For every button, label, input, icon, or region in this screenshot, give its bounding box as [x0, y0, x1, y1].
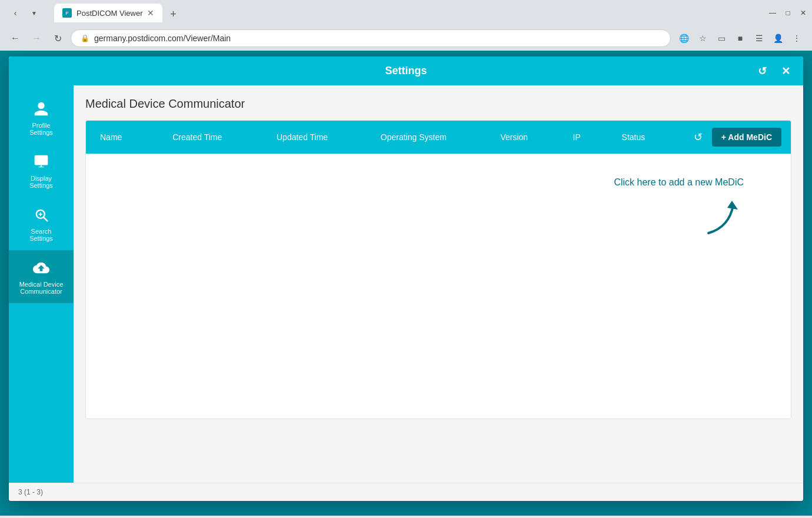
url-bar[interactable]: 🔒 germany.postdicom.com/Viewer/Main — [71, 29, 671, 47]
col-os: Operating System — [376, 132, 496, 142]
empty-state: Click here to add a new MeDiC — [98, 165, 779, 242]
settings-sidebar: Profile Settings Display Setti — [9, 85, 74, 483]
person-icon — [32, 99, 51, 118]
main-content: Medical Device Communicator Name Created… — [74, 85, 803, 483]
modal-overlay: Settings ↺ ✕ — [0, 51, 812, 516]
pagination-text: 3 (1 - 3) — [18, 488, 43, 496]
back-btn[interactable]: ‹ — [7, 5, 24, 21]
extensions-btn[interactable]: ■ — [732, 30, 748, 47]
modal-close-btn[interactable]: ✕ — [777, 63, 794, 79]
add-medic-btn[interactable]: + Add MeDiC — [712, 128, 781, 147]
maximize-btn[interactable]: □ — [784, 9, 792, 17]
add-arrow-icon — [697, 195, 744, 242]
col-status: Status — [617, 132, 690, 142]
modal-title: Settings — [385, 65, 427, 77]
modal-refresh-btn[interactable]: ↺ — [754, 63, 770, 79]
sidebar-toggle-btn[interactable]: ☰ — [751, 30, 767, 47]
sidebar-label-medical-device-communicator: Medical Device Communicator — [19, 281, 64, 295]
url-text: germany.postdicom.com/Viewer/Main — [94, 34, 231, 43]
sidebar-item-profile-settings[interactable]: Profile Settings — [9, 91, 74, 144]
translate-btn[interactable]: 🌐 — [675, 30, 692, 47]
minimize-btn[interactable]: — — [768, 9, 777, 17]
modal-body: Profile Settings Display Setti — [9, 85, 803, 483]
profile-btn[interactable]: 👤 — [770, 30, 786, 47]
tabs-bar: P PostDICOM Viewer ✕ + — [49, 4, 761, 22]
tab-title: PostDICOM Viewer — [76, 9, 142, 18]
col-updated-time: Updated Time — [272, 132, 376, 142]
address-bar: ← → ↻ 🔒 germany.postdicom.com/Viewer/Mai… — [0, 26, 812, 51]
table-header: Name Created Time Updated Time Operating… — [86, 121, 791, 154]
medic-table: Name Created Time Updated Time Operating… — [85, 120, 791, 419]
star-btn[interactable]: ☆ — [694, 30, 711, 47]
cloud-upload-icon — [32, 258, 51, 277]
window-controls: — □ ✕ — [768, 9, 807, 17]
table-refresh-btn[interactable]: ↺ — [690, 128, 707, 146]
browser-actions: 🌐 ☆ ▭ ■ ☰ 👤 ⋮ — [675, 30, 805, 47]
close-btn[interactable]: ✕ — [799, 9, 807, 17]
section-title: Medical Device Communicator — [85, 97, 791, 111]
col-name: Name — [95, 132, 168, 142]
settings-modal: Settings ↺ ✕ — [9, 57, 803, 501]
title-bar: ‹ ▼ P PostDICOM Viewer ✕ + — □ ✕ — [0, 0, 812, 26]
col-version: Version — [495, 132, 568, 142]
browser-chrome: ‹ ▼ P PostDICOM Viewer ✕ + — □ ✕ ← → ↻ 🔒… — [0, 0, 812, 51]
svg-line-3 — [44, 217, 47, 221]
modal-header: Settings ↺ ✕ — [9, 57, 803, 85]
back-nav-btn[interactable]: ← — [7, 30, 24, 47]
reload-btn[interactable]: ↻ — [49, 30, 66, 47]
table-header-actions: ↺ + Add MeDiC — [690, 128, 781, 147]
lock-icon: 🔒 — [81, 34, 89, 42]
table-body: Click here to add a new MeDiC — [86, 154, 791, 419]
dropdown-btn[interactable]: ▼ — [26, 5, 42, 21]
col-ip: IP — [568, 132, 617, 142]
tab-close-btn[interactable]: ✕ — [147, 8, 154, 18]
bottom-bar: 3 (1 - 3) — [9, 483, 803, 501]
empty-state-text: Click here to add a new MeDiC — [614, 177, 744, 188]
forward-nav-btn[interactable]: → — [28, 30, 45, 47]
modal-header-actions: ↺ ✕ — [754, 63, 794, 79]
svg-marker-6 — [727, 201, 738, 210]
display-icon — [32, 152, 51, 171]
active-tab[interactable]: P PostDICOM Viewer ✕ — [54, 4, 162, 22]
search-icon — [32, 205, 51, 224]
col-created-time: Created Time — [168, 132, 272, 142]
menu-btn[interactable]: ⋮ — [788, 30, 805, 47]
sidebar-item-medical-device-communicator[interactable]: Medical Device Communicator — [9, 250, 74, 303]
sidebar-label-profile-settings: Profile Settings — [29, 122, 53, 136]
sidebar-label-search-settings: Search Settings — [29, 228, 53, 242]
tab-favicon: P — [62, 8, 72, 18]
app-background: Settings ↺ ✕ — [0, 51, 812, 516]
sidebar-item-display-settings[interactable]: Display Settings — [9, 144, 74, 197]
pip-btn[interactable]: ▭ — [713, 30, 730, 47]
sidebar-label-display-settings: Display Settings — [29, 175, 53, 189]
new-tab-btn[interactable]: + — [165, 6, 181, 22]
sidebar-item-search-settings[interactable]: Search Settings — [9, 197, 74, 250]
